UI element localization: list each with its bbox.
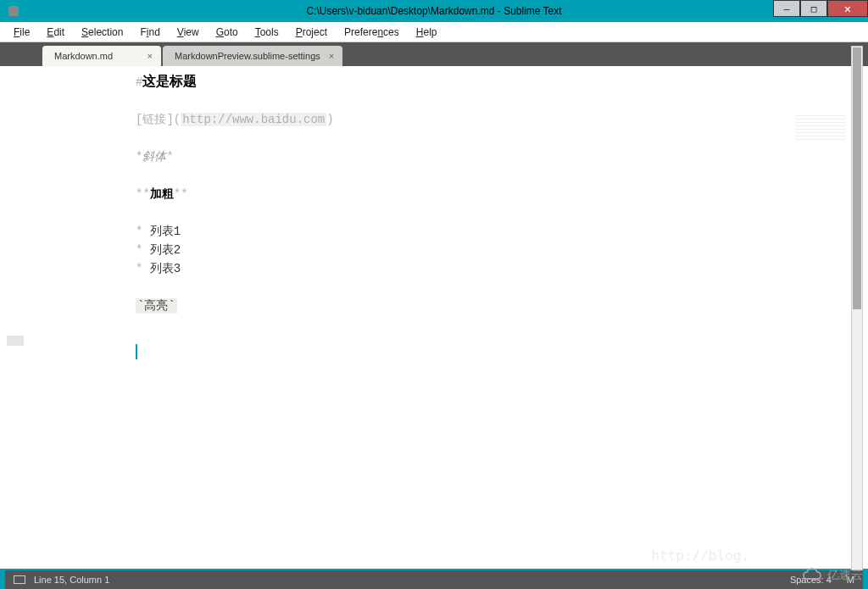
new-tab-area[interactable] xyxy=(0,42,42,66)
bold-marker: ** xyxy=(136,187,150,201)
tab-label: Markdown.md xyxy=(54,51,113,61)
code-span: `高亮` xyxy=(136,298,177,314)
menu-bar: File Edit Selection Find View Goto Tools… xyxy=(0,22,868,42)
status-syntax[interactable]: M xyxy=(847,575,854,585)
vertical-scrollbar[interactable] xyxy=(851,46,863,570)
app-icon[interactable] xyxy=(5,3,22,19)
italic-marker: * xyxy=(166,150,173,164)
close-button[interactable]: ✕ xyxy=(827,0,868,17)
scrollbar-thumb[interactable] xyxy=(853,47,861,309)
link-bracket: ]( xyxy=(166,113,181,126)
tab-label: MarkdownPreview.sublime-settings xyxy=(175,51,320,61)
status-bar: Line 15, Column 1 Spaces: 4 M xyxy=(5,570,863,589)
italic-text: 斜体 xyxy=(142,150,166,164)
menu-help[interactable]: Help xyxy=(409,25,444,40)
menu-edit[interactable]: Edit xyxy=(40,25,71,40)
menu-preferences[interactable]: Preferences xyxy=(337,25,406,40)
menu-find[interactable]: Find xyxy=(133,25,166,40)
menu-selection[interactable]: Selection xyxy=(75,25,130,40)
maximize-button[interactable]: □ xyxy=(800,0,827,17)
link-url: http://www.baidu.com xyxy=(181,113,326,126)
svg-rect-0 xyxy=(8,6,19,16)
menu-goto[interactable]: Goto xyxy=(209,25,245,40)
close-icon[interactable]: × xyxy=(320,51,334,61)
tab-markdown[interactable]: Markdown.md × xyxy=(42,46,161,66)
link-text: 链接 xyxy=(142,113,166,126)
panel-switcher-icon[interactable] xyxy=(14,575,25,584)
editor[interactable]: #这是标题 [链接](http://www.baidu.com) *斜体* **… xyxy=(0,66,868,569)
list-item: 列表1 xyxy=(150,225,181,238)
close-icon[interactable]: × xyxy=(139,51,153,61)
gutter xyxy=(0,66,34,569)
heading-text: 这是标题 xyxy=(142,75,197,90)
title-bar[interactable]: C:\Users\v-biduan\Desktop\Markdown.md - … xyxy=(0,0,868,22)
link-bracket: ) xyxy=(326,113,333,126)
text-cursor xyxy=(136,344,137,359)
menu-tools[interactable]: Tools xyxy=(248,25,286,40)
tab-preview-settings[interactable]: MarkdownPreview.sublime-settings × xyxy=(163,46,342,66)
code-content[interactable]: #这是标题 [链接](http://www.baidu.com) *斜体* **… xyxy=(34,66,868,569)
bold-marker: ** xyxy=(174,187,188,201)
window-controls: — □ ✕ xyxy=(773,0,868,17)
window-title: C:\Users\v-biduan\Desktop\Markdown.md - … xyxy=(306,5,561,17)
minimize-button[interactable]: — xyxy=(773,0,800,17)
line-highlight-icon xyxy=(7,336,24,346)
status-line-col[interactable]: Line 15, Column 1 xyxy=(34,575,109,585)
status-indent[interactable]: Spaces: 4 xyxy=(790,575,832,585)
tab-bar: Markdown.md × MarkdownPreview.sublime-se… xyxy=(0,42,868,66)
list-item: 列表2 xyxy=(150,243,181,257)
menu-file[interactable]: File xyxy=(7,25,36,40)
minimap[interactable] xyxy=(795,115,846,141)
menu-project[interactable]: Project xyxy=(289,25,334,40)
list-item: 列表3 xyxy=(150,262,181,275)
app-window: C:\Users\v-biduan\Desktop\Markdown.md - … xyxy=(0,0,868,589)
bold-text: 加粗 xyxy=(150,187,174,201)
menu-view[interactable]: View xyxy=(170,25,206,40)
